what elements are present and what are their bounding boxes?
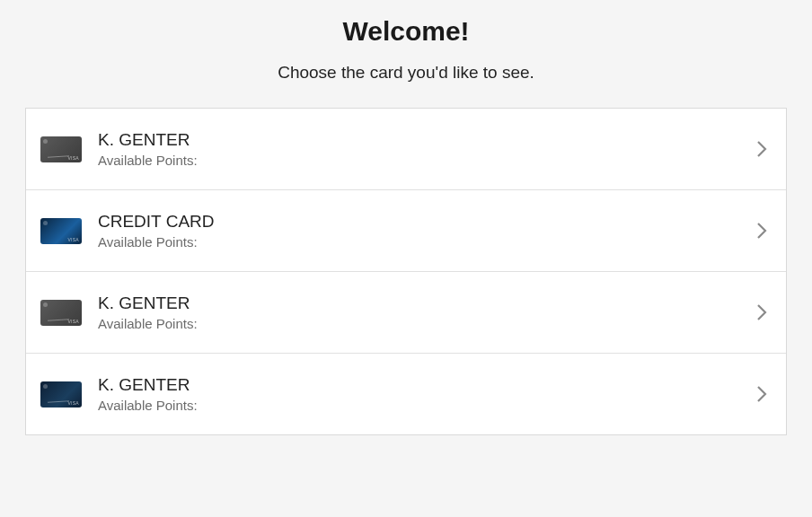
card-row[interactable]: VISA K. GENTER Available Points: [26,354,786,434]
card-info: K. GENTER Available Points: [98,375,755,413]
card-thumbnail-icon: VISA [40,136,82,162]
card-holder-name: CREDIT CARD [98,212,755,232]
chevron-right-icon [755,143,768,155]
card-points-label: Available Points: [98,153,755,168]
card-list: VISA K. GENTER Available Points: VISA CR… [25,108,787,435]
card-thumbnail-icon: VISA [40,300,82,326]
card-row[interactable]: VISA K. GENTER Available Points: [26,272,786,354]
card-holder-name: K. GENTER [98,375,755,395]
card-info: CREDIT CARD Available Points: [98,212,755,250]
card-points-label: Available Points: [98,316,755,331]
card-points-label: Available Points: [98,234,755,250]
card-row[interactable]: VISA CREDIT CARD Available Points: [26,190,786,272]
header: Welcome! Choose the card you'd like to s… [0,0,812,108]
card-thumbnail-icon: VISA [40,218,82,244]
chevron-right-icon [755,224,768,237]
page-subtitle: Choose the card you'd like to see. [0,63,812,83]
card-points-label: Available Points: [98,398,755,413]
chevron-right-icon [755,388,768,400]
chevron-right-icon [755,306,768,319]
card-row[interactable]: VISA K. GENTER Available Points: [26,109,786,190]
card-thumbnail-icon: VISA [40,381,82,407]
card-info: K. GENTER Available Points: [98,130,755,168]
card-holder-name: K. GENTER [98,130,755,150]
page-title: Welcome! [0,16,812,47]
card-holder-name: K. GENTER [98,294,755,313]
card-info: K. GENTER Available Points: [98,294,755,331]
